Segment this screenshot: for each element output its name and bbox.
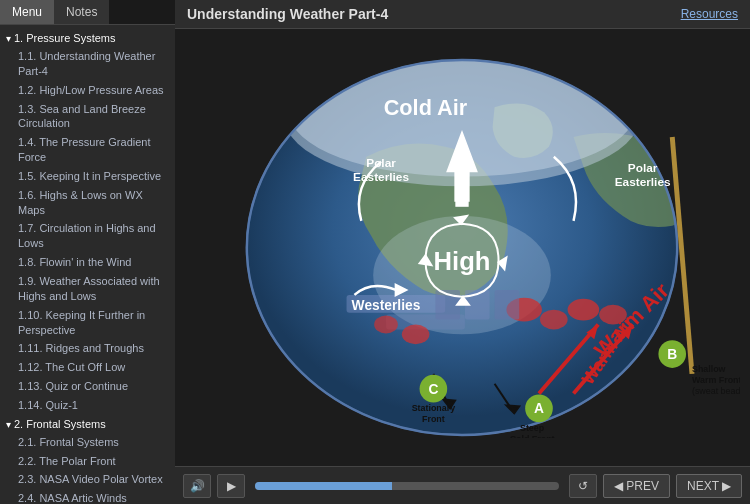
nav-item-1-4[interactable]: 1.4. The Pressure Gradient Force (0, 133, 175, 167)
prev-button[interactable]: ◀ PREV (603, 474, 670, 498)
svg-text:Easterlies: Easterlies (353, 170, 409, 184)
volume-button[interactable]: 🔊 (183, 474, 211, 498)
nav-item-1-11[interactable]: 1.11. Ridges and Troughs (0, 339, 175, 358)
svg-text:C: C (428, 380, 438, 396)
play-button[interactable]: ▶ (217, 474, 245, 498)
nav-item-2-2[interactable]: 2.2. The Polar Front (0, 452, 175, 471)
svg-point-8 (568, 298, 600, 320)
nav-item-1-6[interactable]: 1.6. Highs & Lows on WX Maps (0, 186, 175, 220)
svg-text:Front: Front (422, 414, 445, 424)
svg-text:B: B (667, 346, 677, 362)
section-frontal-systems[interactable]: ▾ 2. Frontal Systems (0, 415, 175, 433)
globe-illustration: Warm Air (175, 29, 750, 466)
nav-item-1-7[interactable]: 1.7. Circulation in Highs and Lows (0, 219, 175, 253)
sidebar-nav: ▾ 1. Pressure Systems 1.1. Understanding… (0, 25, 175, 504)
svg-text:Warm Front: Warm Front (692, 374, 740, 384)
progress-bar (255, 482, 392, 490)
nav-item-2-1[interactable]: 2.1. Frontal Systems (0, 433, 175, 452)
next-button[interactable]: NEXT ▶ (676, 474, 742, 498)
svg-text:High: High (434, 247, 491, 275)
svg-text:Polar: Polar (628, 160, 658, 174)
next-arrow-icon: ▶ (722, 479, 731, 493)
nav-item-1-9[interactable]: 1.9. Weather Associated with Highs and L… (0, 272, 175, 306)
svg-text:Steep: Steep (520, 423, 545, 433)
tab-menu[interactable]: Menu (0, 0, 54, 24)
refresh-button[interactable]: ↺ (569, 474, 597, 498)
svg-text:Shallow: Shallow (692, 363, 726, 373)
resources-button[interactable]: Resources (681, 7, 738, 21)
bottom-controls: 🔊 ▶ ↺ ◀ PREV NEXT ▶ (175, 466, 750, 504)
progress-bar-container[interactable] (255, 482, 559, 490)
nav-item-1-10[interactable]: 1.10. Keeping It Further in Perspective (0, 306, 175, 340)
nav-item-1-12[interactable]: 1.12. The Cut Off Low (0, 358, 175, 377)
section-pressure-systems[interactable]: ▾ 1. Pressure Systems (0, 29, 175, 47)
page-title: Understanding Weather Part-4 (187, 6, 388, 22)
globe-svg: Warm Air (185, 58, 740, 438)
nav-item-1-8[interactable]: 1.8. Flowin' in the Wind (0, 253, 175, 272)
svg-point-7 (540, 309, 568, 329)
svg-point-10 (374, 315, 398, 333)
svg-point-11 (402, 324, 430, 344)
sidebar-tab-bar: Menu Notes (0, 0, 175, 25)
content-area: Warm Air (175, 29, 750, 466)
svg-text:Westerlies: Westerlies (352, 296, 421, 312)
svg-text:A: A (534, 400, 544, 416)
nav-item-1-1[interactable]: 1.1. Understanding Weather Part-4 (0, 47, 175, 81)
svg-text:Cold Front: Cold Front (510, 433, 555, 437)
svg-text:Easterlies: Easterlies (615, 175, 671, 189)
main-panel: Understanding Weather Part-4 Resources (175, 0, 750, 504)
svg-rect-18 (456, 171, 468, 206)
nav-item-1-3[interactable]: 1.3. Sea and Land Breeze Circulation (0, 100, 175, 134)
nav-item-2-4[interactable]: 2.4. NASA Artic Winds (0, 489, 175, 504)
svg-text:(sweat beads): (sweat beads) (692, 385, 740, 395)
tab-notes[interactable]: Notes (54, 0, 109, 24)
sidebar: Menu Notes ▾ 1. Pressure Systems 1.1. Un… (0, 0, 175, 504)
nav-item-2-3[interactable]: 2.3. NASA Video Polar Vortex (0, 470, 175, 489)
nav-item-1-14[interactable]: 1.14. Quiz-1 (0, 396, 175, 415)
svg-text:Polar: Polar (366, 155, 396, 169)
nav-item-1-2[interactable]: 1.2. High/Low Pressure Areas (0, 81, 175, 100)
chevron-down-icon: ▾ (6, 33, 11, 44)
svg-rect-14 (495, 289, 520, 319)
prev-arrow-icon: ◀ (614, 479, 623, 493)
svg-text:Stationary: Stationary (412, 403, 455, 413)
nav-item-1-13[interactable]: 1.13. Quiz or Continue (0, 377, 175, 396)
chevron-down-icon-2: ▾ (6, 419, 11, 430)
svg-text:Cold Air: Cold Air (384, 95, 468, 120)
main-header: Understanding Weather Part-4 Resources (175, 0, 750, 29)
nav-item-1-5[interactable]: 1.5. Keeping It in Perspective (0, 167, 175, 186)
